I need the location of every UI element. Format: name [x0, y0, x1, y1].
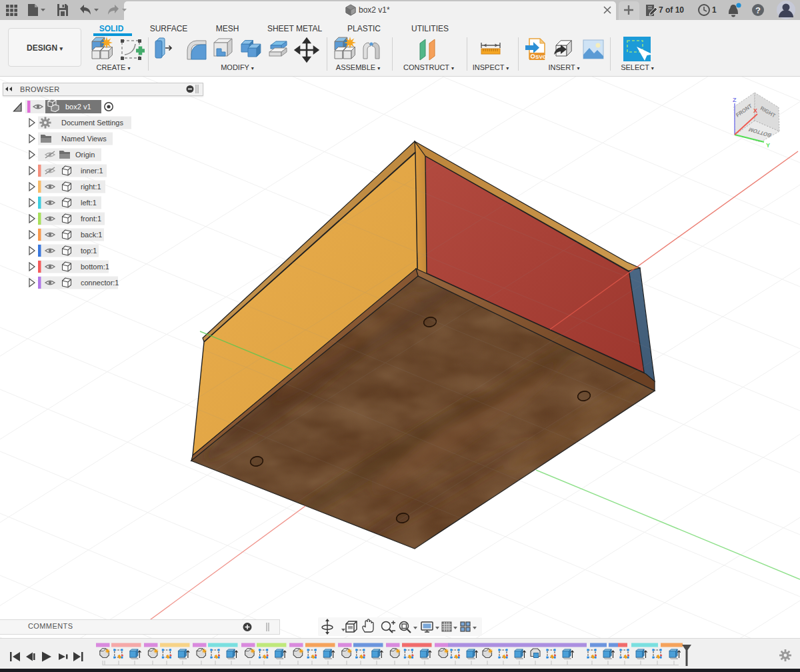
svg-text:left:1: left:1: [81, 199, 97, 207]
svg-text:top:1: top:1: [81, 247, 97, 255]
svg-text:inner:1: inner:1: [81, 167, 103, 175]
svg-text:box2 v1: box2 v1: [65, 103, 91, 111]
svg-text:Document Settings: Document Settings: [61, 119, 123, 127]
svg-text:Named Views: Named Views: [61, 135, 107, 143]
svg-text:connector:1: connector:1: [81, 279, 119, 287]
svg-text:Origin: Origin: [75, 151, 95, 159]
svg-text:X: X: [753, 107, 757, 114]
svg-text:bottom:1: bottom:1: [81, 263, 109, 271]
svg-text:front:1: front:1: [81, 215, 101, 223]
svg-text:right:1: right:1: [81, 183, 101, 191]
svg-text:?: ?: [755, 5, 761, 15]
svg-text:Z: Z: [733, 97, 737, 103]
svg-text:SVG: SVG: [535, 54, 547, 60]
svg-text:back:1: back:1: [81, 231, 102, 239]
svg-text:Y: Y: [766, 142, 770, 149]
